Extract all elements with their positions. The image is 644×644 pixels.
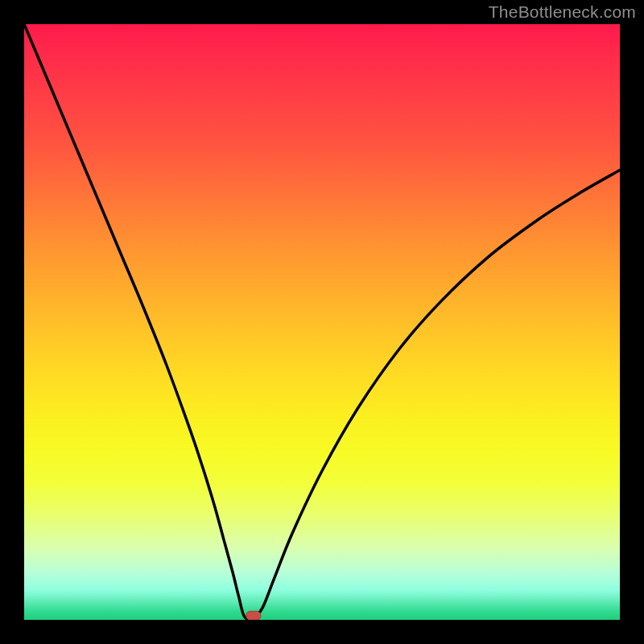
bottleneck-curve — [24, 24, 620, 619]
watermark-text: TheBottleneck.com — [489, 2, 636, 22]
plot-area — [24, 24, 620, 620]
chart-svg — [24, 24, 620, 620]
optimal-marker — [246, 611, 261, 620]
chart-frame: TheBottleneck.com — [0, 0, 644, 644]
